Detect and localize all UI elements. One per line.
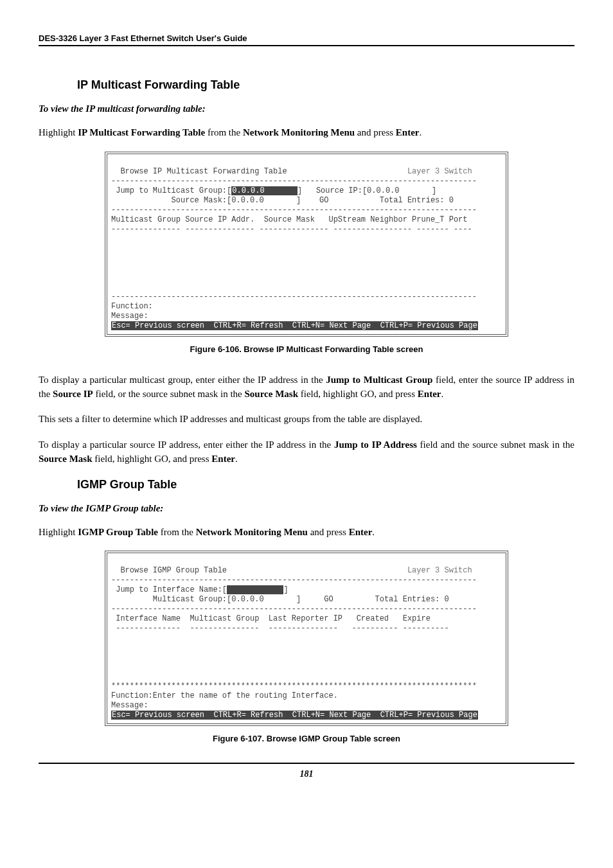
term-label: ] xyxy=(298,186,302,195)
term-function-line: Function: xyxy=(111,302,153,311)
page-header: DES-3326 Layer 3 Fast Ethernet Switch Us… xyxy=(39,32,574,46)
text: To display a particular source IP addres… xyxy=(39,439,334,450)
intro-paragraph-1: Highlight IP Multicast Forwarding Table … xyxy=(39,126,574,140)
text: and press xyxy=(308,527,349,537)
term-label: Multicast Group:[0.0.0.0 ] xyxy=(116,595,301,604)
document-page: DES-3326 Layer 3 Fast Ethernet Switch Us… xyxy=(0,0,613,799)
figure-caption-2: Figure 6-107. Browse IGMP Group Table sc… xyxy=(39,734,574,743)
term-label: Source IP:[0.0.0.0 ] xyxy=(316,186,436,195)
body-paragraph-2: This sets a filter to determine which IP… xyxy=(39,412,574,427)
section-heading-ip-multicast: IP Multicast Forwarding Table xyxy=(77,78,574,92)
term-title-right: Layer 3 Switch xyxy=(407,566,472,575)
term-column-headers: Interface Name Multicast Group Last Repo… xyxy=(116,614,431,623)
text: field, or the source subnet mask in the xyxy=(93,389,245,399)
text: and press xyxy=(355,127,396,137)
text: Highlight xyxy=(39,527,78,537)
text: from the xyxy=(158,527,196,537)
term-title-right: Layer 3 Switch xyxy=(407,167,472,176)
text: from the xyxy=(205,127,243,137)
body-paragraph-1: To display a particular multicast group,… xyxy=(39,373,574,402)
bold-text: Enter xyxy=(211,454,235,464)
term-input-value: 0.0.0.0 xyxy=(231,186,298,195)
term-label: Jump to Interface Name:[ xyxy=(116,585,227,594)
term-function-line: Function:Enter the name of the routing I… xyxy=(111,691,338,700)
terminal-screenshot-2: Browse IGMP Group Table Layer 3 Switch -… xyxy=(105,551,508,726)
text: . xyxy=(441,389,443,399)
term-column-headers: Multicast Group Source IP Addr. Source M… xyxy=(111,215,468,224)
body-paragraph-3: To display a particular source IP addres… xyxy=(39,438,574,466)
bold-text: Source IP xyxy=(53,389,93,399)
subheading-view-ip-multicast: To view the IP multicast forwarding tabl… xyxy=(39,103,574,114)
text: . xyxy=(235,454,238,464)
term-input-value xyxy=(227,585,283,594)
text: Highlight xyxy=(39,127,78,137)
bold-text: Enter xyxy=(349,527,373,537)
term-footer-bar: Esc= Previous screen CTRL+R= Refresh CTR… xyxy=(111,711,478,720)
text: . xyxy=(372,527,375,537)
bold-text: Network Monitoring Menu xyxy=(196,527,308,537)
text: field, highlight GO, and press xyxy=(298,389,418,399)
subheading-view-igmp: To view the IGMP Group table: xyxy=(39,503,574,514)
term-go: GO xyxy=(324,595,333,604)
header-title: DES-3326 Layer 3 Fast Ethernet Switch Us… xyxy=(39,33,247,43)
text: To display a particular multicast group,… xyxy=(39,375,326,385)
section-heading-igmp: IGMP Group Table xyxy=(77,478,574,492)
bold-text: Enter xyxy=(396,127,420,137)
term-footer-bar: Esc= Previous screen CTRL+R= Refresh CTR… xyxy=(111,321,478,330)
text: field and the source subnet mask in the xyxy=(417,439,574,450)
bold-text: IP Multicast Forwarding Table xyxy=(78,127,205,137)
term-label: Source Mask:[0.0.0.0 ] xyxy=(116,196,301,205)
page-number: 181 xyxy=(300,769,314,779)
term-label: ] xyxy=(283,585,288,594)
bold-text: Enter xyxy=(418,389,441,399)
text: . xyxy=(420,127,422,137)
bold-text: Source Mask xyxy=(39,454,92,464)
bold-text: Jump to IP Address xyxy=(334,439,417,450)
term-message-line: Message: xyxy=(111,312,148,321)
term-total: Total Entries: 0 xyxy=(375,595,449,604)
bold-text: Network Monitoring Menu xyxy=(243,127,355,137)
term-total: Total Entries: 0 xyxy=(380,196,454,205)
text: field, highlight GO, and press xyxy=(92,454,211,464)
terminal-screenshot-1: Browse IP Multicast Forwarding Table Lay… xyxy=(105,152,508,337)
figure-caption-1: Figure 6-106. Browse IP Multicast Forwar… xyxy=(39,344,574,354)
bold-text: Source Mask xyxy=(245,389,298,399)
term-go: GO xyxy=(319,196,328,205)
bold-text: Jump to Multicast Group xyxy=(326,375,432,385)
term-title-left: Browse IGMP Group Table xyxy=(120,566,227,575)
term-message-line: Message: xyxy=(111,701,148,710)
term-title-left: Browse IP Multicast Forwarding Table xyxy=(120,167,287,176)
bold-text: IGMP Group Table xyxy=(78,527,158,537)
intro-paragraph-2: Highlight IGMP Group Table from the Netw… xyxy=(39,526,574,540)
term-stars: ****************************************… xyxy=(111,682,477,691)
term-label: Jump to Multicast Group:[ xyxy=(116,186,231,195)
page-footer: 181 xyxy=(39,763,574,779)
